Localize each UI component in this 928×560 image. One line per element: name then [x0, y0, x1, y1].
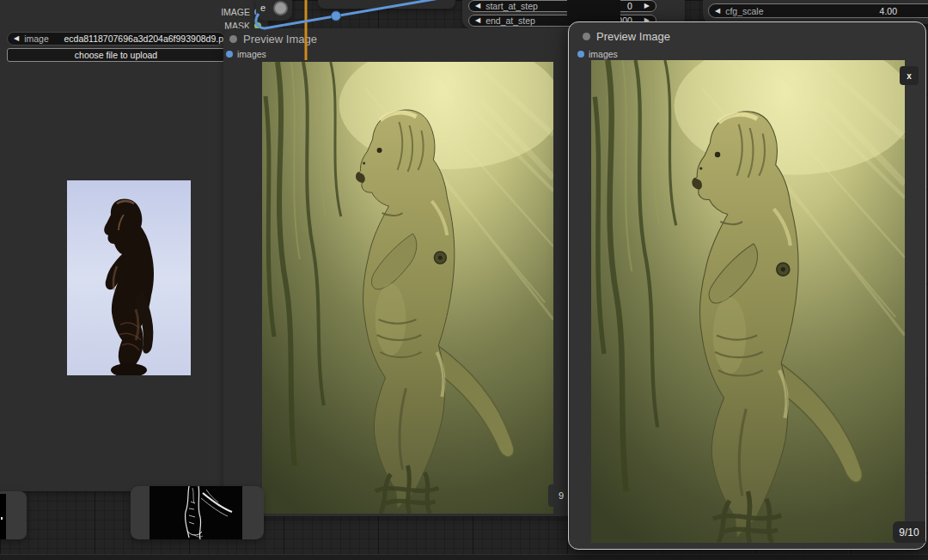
toggle-label: e [260, 3, 266, 13]
preview-image-node[interactable]: Preview Image images 9 [223, 28, 574, 516]
preview-node-header[interactable]: Preview Image [229, 33, 317, 46]
preview-window-header[interactable]: Preview Image [583, 30, 670, 43]
image-widget-label: image [24, 33, 49, 44]
reroute-dot-icon [332, 11, 341, 21]
image-speck [1, 517, 3, 520]
image-filename-value: ecda8118707696a3d204a6f993908d9.p [64, 33, 224, 44]
creature-render-image [591, 60, 905, 543]
start-at-step-value: 0 [627, 1, 632, 11]
left-arrow-icon[interactable]: ◀ [14, 35, 19, 42]
image-filename-widget[interactable]: ◀ image ecda8118707696a3d204a6f993908d9.… [7, 32, 225, 46]
images-input-slot[interactable]: images [226, 49, 266, 59]
preview-node-title: Preview Image [243, 33, 317, 46]
edge-preview-node[interactable] [131, 486, 264, 539]
output-image-label: IMAGE [221, 7, 250, 17]
node-fragment-top[interactable] [318, 0, 455, 9]
cfg-scale-value: 4.00 [880, 6, 897, 16]
canny-edge-image [150, 486, 242, 539]
start-at-step-widget[interactable]: ◀ start_at_step 0 ▶ [468, 0, 656, 12]
images-input-dot-icon[interactable] [226, 51, 233, 58]
window-images-input-slot[interactable]: images [577, 49, 618, 59]
close-button[interactable]: x [900, 66, 919, 85]
close-icon: x [907, 71, 912, 81]
end-at-step-label: end_at_step [485, 15, 535, 26]
preview-image-window[interactable]: Preview Image images x 9/10 [568, 21, 926, 550]
bottom-panel-edge [0, 554, 928, 560]
cfg-node[interactable]: ◀ cfg_scale 4.00 [703, 0, 928, 24]
output-image-slot[interactable]: IMAGE [221, 7, 261, 17]
choose-file-label: choose file to upload [75, 50, 157, 60]
preview-image-output[interactable] [262, 62, 553, 514]
toggle-knob-icon[interactable] [273, 1, 288, 15]
preview-window-title: Preview Image [596, 30, 670, 43]
left-arrow-icon[interactable]: ◀ [715, 8, 720, 15]
collapse-dot-icon[interactable] [229, 35, 237, 43]
hidden-node-image-fragment [567, 0, 620, 22]
images-input-dot-icon[interactable] [577, 51, 584, 58]
toggle-node-fragment[interactable]: e [256, 0, 292, 21]
node-graph-canvas[interactable]: ◀ image ecda8118707696a3d204a6f993908d9.… [0, 0, 928, 560]
start-at-step-label: start_at_step [485, 1, 538, 11]
left-arrow-icon[interactable]: ◀ [475, 3, 480, 9]
bottom-left-node-fragment[interactable] [0, 491, 27, 539]
cfg-scale-label: cfg_scale [725, 6, 763, 16]
edge-image[interactable] [150, 486, 242, 539]
loaded-image-thumbnail[interactable] [67, 180, 191, 375]
collapse-dot-icon[interactable] [583, 33, 590, 40]
window-preview-image[interactable] [591, 60, 905, 543]
images-input-label: images [237, 49, 266, 59]
bottom-left-image-sliver [0, 494, 6, 539]
creature-render-image [262, 62, 553, 514]
statue-photo [67, 180, 191, 375]
window-images-label: images [589, 49, 618, 59]
page-indicator: 9/10 [893, 521, 925, 543]
right-arrow-icon[interactable]: ▶ [644, 3, 650, 9]
cfg-scale-widget[interactable]: ◀ cfg_scale 4.00 [708, 3, 928, 18]
left-arrow-icon[interactable]: ◀ [475, 17, 480, 24]
choose-file-button[interactable]: choose file to upload [7, 48, 225, 62]
